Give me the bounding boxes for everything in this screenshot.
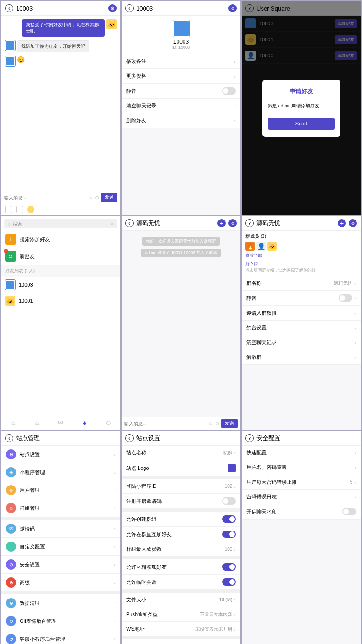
search-add-friend[interactable]: + 搜索添加好友 — [1, 231, 120, 248]
setting-row[interactable]: 登陆小程序ID102 — [122, 479, 240, 494]
plus-icon[interactable]: + — [338, 219, 346, 227]
gear-icon[interactable]: ⚙ — [108, 4, 117, 12]
back-icon[interactable] — [245, 219, 254, 227]
setting-toggle[interactable] — [222, 563, 236, 571]
security-row[interactable]: 密码错误日志 — [242, 490, 361, 504]
menu-icon: ⊕ — [6, 449, 16, 459]
clear-icon[interactable]: × — [111, 221, 114, 226]
setting-toggle[interactable] — [222, 578, 236, 586]
emoji-icon[interactable]: ☺ — [88, 195, 93, 200]
security-row[interactable]: 用户名、密码策略 — [242, 460, 361, 475]
menu-icon: ⊘ — [6, 616, 16, 626]
mute-toggle[interactable] — [222, 87, 236, 95]
admin-menu-item[interactable]: ≡自定义配置 — [1, 538, 120, 556]
file-icon[interactable] — [16, 206, 23, 213]
message-input[interactable] — [4, 195, 86, 200]
admin-menu-item[interactable]: ⊘Gif表情后台管理 — [1, 612, 120, 630]
members-header: 群成员 (3) — [245, 233, 357, 240]
admin-menu-item[interactable]: ☺用户管理 — [1, 481, 120, 499]
plus-icon[interactable]: + — [217, 219, 226, 227]
setting-toggle[interactable] — [222, 497, 236, 505]
intro-desc[interactable]: 点击填写群介绍，让大家更了解你的群 — [245, 267, 357, 273]
send-button[interactable]: 发送 — [101, 193, 117, 202]
back-icon[interactable] — [125, 4, 134, 12]
setting-toggle[interactable] — [342, 508, 356, 515]
setting-row[interactable]: 站点名称私聊 — [122, 446, 240, 460]
request-message-input[interactable] — [268, 102, 335, 111]
security-row[interactable]: 快速配置 — [242, 446, 361, 460]
gear-icon[interactable]: ⚙ — [228, 219, 237, 227]
tab-house[interactable]: ⌂ — [25, 415, 49, 430]
setting-row[interactable]: 群组最大成员数100 — [122, 542, 240, 557]
back-icon[interactable] — [5, 4, 13, 12]
site-settings-screen: 站点设置 站点名称私聊站点 Logo登陆小程序ID102注册开启邀请码允许创建群… — [122, 431, 240, 644]
coin-icon[interactable] — [27, 206, 34, 213]
member-avatar-icon[interactable]: 🐱 — [267, 242, 277, 251]
security-row[interactable]: 用户每天密码错误上限5 — [242, 475, 361, 490]
setting-row[interactable]: 允许在群里互加好友 — [122, 527, 240, 542]
chevron-icon — [354, 281, 356, 286]
group-option[interactable]: 禁言设置 — [242, 321, 361, 335]
new-friend[interactable]: ☺1 新朋友 — [1, 248, 120, 265]
group-option[interactable]: 邀请入群权限 — [242, 306, 361, 321]
group-option[interactable]: 清空聊天记录 — [242, 335, 361, 350]
admin-menu-item[interactable]: ☺群组管理 — [1, 499, 120, 517]
contact-row[interactable]: 🐱10001 — [1, 293, 120, 309]
message-input[interactable] — [124, 421, 206, 426]
back-icon[interactable] — [5, 434, 13, 442]
admin-menu-item[interactable]: ✉邀请码 — [1, 520, 120, 538]
profile-option[interactable]: 静音 — [122, 84, 240, 99]
contact-row[interactable]: 10003 — [1, 277, 120, 293]
admin-menu-item[interactable]: ⊕安全设置 — [1, 556, 120, 574]
modal-overlay[interactable]: 申请好友 Send — [242, 1, 361, 215]
gear-icon[interactable]: ⚙ — [228, 4, 237, 12]
setting-row[interactable]: 允许互相添加好友 — [122, 559, 240, 575]
admin-menu-item[interactable]: ⊖数据清理 — [1, 594, 120, 612]
setting-row[interactable]: WS地址未设置表示未开启 — [122, 622, 240, 637]
emoji-icon[interactable]: ☺ — [208, 421, 213, 426]
tab-contacts[interactable]: ♠ — [72, 415, 96, 430]
admin-menu-item[interactable]: ⊕站点设置 — [1, 446, 120, 463]
back-icon[interactable] — [125, 434, 134, 442]
setting-row[interactable]: 文件大小10 (M) — [122, 593, 240, 607]
back-icon[interactable] — [125, 219, 134, 227]
security-row[interactable]: 开启聊天水印 — [242, 504, 361, 520]
toggle[interactable] — [339, 294, 352, 302]
admin-menu-item[interactable]: ◈小程序管理 — [1, 463, 120, 481]
setting-row[interactable]: 站点管理员 — [122, 639, 240, 644]
back-icon[interactable] — [245, 434, 254, 442]
setting-toggle[interactable] — [222, 531, 236, 538]
tab-home[interactable]: ⌂ — [1, 415, 25, 430]
search-input[interactable] — [13, 221, 111, 226]
member-avatar-icon[interactable]: 👤 — [256, 242, 266, 251]
admin-menu-item[interactable]: ⊕高级 — [1, 574, 120, 592]
send-button[interactable]: 发送 — [221, 419, 238, 428]
setting-row[interactable]: 允许创建群组 — [122, 512, 240, 527]
chevron-icon — [114, 526, 116, 531]
tab-me[interactable]: ☺ — [96, 415, 120, 430]
admin-menu-item[interactable]: ⊘客服小程序后台管理 — [1, 630, 120, 644]
group-option[interactable]: 解散群 — [242, 350, 361, 365]
member-avatar-icon[interactable]: 🔥 — [245, 242, 255, 251]
profile-option[interactable]: 删除好友 — [122, 113, 240, 128]
setting-toggle[interactable] — [222, 515, 236, 523]
profile-option[interactable]: 修改备注 — [122, 54, 240, 69]
search-bar[interactable]: ⌕ × — [4, 219, 117, 228]
plus-icon[interactable]: ⊕ — [215, 421, 219, 427]
tab-chat[interactable]: ✉ — [49, 415, 73, 430]
profile-option[interactable]: 清空聊天记录 — [122, 99, 240, 113]
setting-row[interactable]: Push通知类型不显示文本内容 — [122, 607, 240, 622]
group-option[interactable]: 静音 — [242, 291, 361, 306]
setting-row[interactable]: 允许临时会话 — [122, 575, 240, 590]
gear-icon[interactable]: ⚙ — [349, 219, 357, 227]
setting-row[interactable]: 注册开启邀请码 — [122, 494, 240, 509]
setting-row[interactable]: 站点 Logo — [122, 460, 240, 476]
image-icon[interactable] — [5, 206, 12, 213]
view-all-link[interactable]: 查看全部 — [245, 253, 357, 259]
plus-icon[interactable]: ⊕ — [95, 195, 99, 201]
group-settings-screen: 源码无忧 + ⚙ 群成员 (3) 🔥 👤 🐱 查看全部 群介绍 点击填写群介绍，… — [242, 216, 361, 430]
contacts-screen: ⌕ × + 搜索添加好友 ☺1 新朋友 好友列表 (2人) 10003🐱1000… — [1, 216, 120, 430]
profile-option[interactable]: 更多资料 — [122, 69, 240, 84]
send-request-button[interactable]: Send — [268, 118, 335, 130]
group-option[interactable]: 群名称源码无忧 — [242, 276, 361, 291]
